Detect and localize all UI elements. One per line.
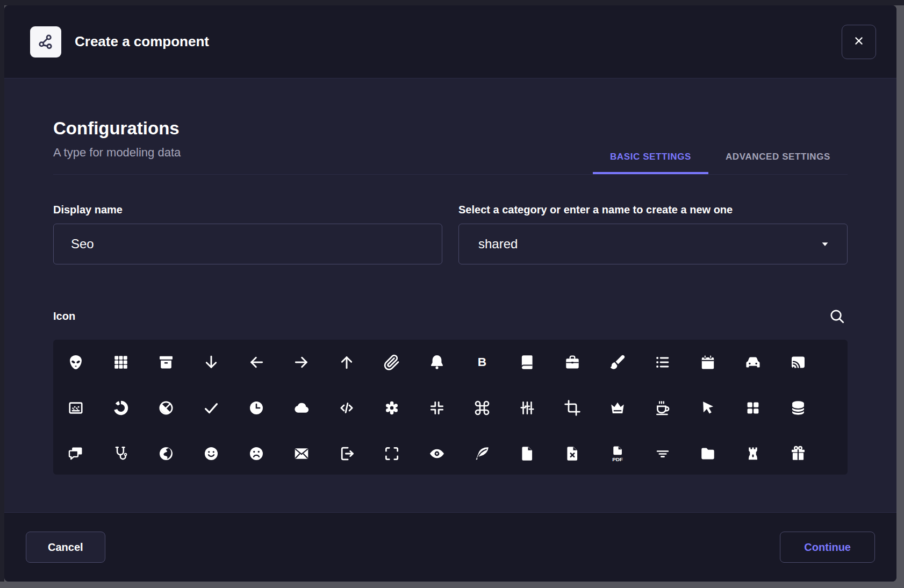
folder-icon[interactable] [699,445,716,462]
alien-icon[interactable] [67,354,84,371]
code-icon[interactable] [338,399,355,417]
cancel-button[interactable]: Cancel [26,532,105,563]
collapse-icon[interactable] [428,399,446,417]
search-icon [828,307,848,325]
eye-icon[interactable] [428,445,446,462]
cup-icon[interactable] [654,399,671,417]
icon-grid: BPDF [53,340,848,475]
brush-icon[interactable] [609,354,626,371]
icon-picker-header: Icon [53,306,848,326]
briefcase-icon[interactable] [564,354,581,371]
bell-icon[interactable] [428,354,446,371]
cast-icon[interactable] [790,354,807,371]
emotion-unhappy-icon[interactable] [248,445,265,462]
icon-row [67,399,848,417]
archive-icon[interactable] [157,354,175,371]
continue-button[interactable]: Continue [780,532,875,563]
create-component-modal: Create a component Configurations A type… [4,5,896,582]
file-icon[interactable] [519,445,536,462]
section-subtitle: A type for modeling data [53,145,181,161]
command-icon[interactable] [473,399,491,417]
file-error-icon[interactable] [564,445,581,462]
gate-icon[interactable] [744,445,762,462]
icon-section-label: Icon [53,310,75,322]
category-field: Select a category or enter a name to cre… [458,204,848,264]
clock-icon[interactable] [248,399,265,417]
chart-circle-icon[interactable] [112,399,130,417]
emotion-happy-icon[interactable] [203,445,220,462]
book-icon[interactable] [519,354,536,371]
modal-header: Create a component [4,5,896,78]
display-name-field: Display name [53,204,442,264]
crown-icon[interactable] [609,399,626,417]
arrow-down-icon[interactable] [203,354,220,371]
modal-footer: Cancel Continue [4,512,896,582]
chart-pie-icon[interactable] [157,399,175,417]
car-icon[interactable] [744,354,762,371]
envelop-icon[interactable] [293,445,310,462]
doctor-icon[interactable] [112,445,130,462]
page-edge-top [0,0,904,5]
arrow-left-icon[interactable] [248,354,265,371]
bold-icon[interactable]: B [473,354,491,371]
dashboard-icon[interactable] [744,399,762,417]
cursor-icon[interactable] [699,399,716,417]
attachment-icon[interactable] [383,354,400,371]
check-icon[interactable] [203,399,220,417]
chevron-down-icon [818,237,832,251]
modal-body: Configurations A type for modeling data … [4,78,896,512]
gift-icon[interactable] [790,445,807,462]
section-headings: Configurations A type for modeling data [53,117,181,174]
arrow-up-icon[interactable] [338,354,355,371]
form-fields: Display name Select a category or enter … [53,204,848,264]
close-button[interactable] [842,25,876,59]
exit-icon[interactable] [338,445,355,462]
discuss-icon[interactable] [67,445,84,462]
expand-icon[interactable] [383,445,400,462]
modal-title: Create a component [75,33,842,50]
sliders-icon[interactable] [519,399,536,417]
database-icon[interactable] [790,399,807,417]
svg-text:B: B [478,355,486,369]
component-icon [30,26,61,58]
feather-icon[interactable] [473,445,491,462]
cloud-icon[interactable] [293,399,310,417]
tab-advanced-settings[interactable]: ADVANCED SETTINGS [708,141,848,174]
bullet-list-icon[interactable] [654,354,671,371]
display-name-input[interactable] [53,224,442,264]
filter-icon[interactable] [654,445,671,462]
icon-search-button[interactable] [828,306,848,326]
tab-basic-settings[interactable]: BASIC SETTINGS [593,141,708,174]
section-head: Configurations A type for modeling data … [53,117,848,175]
svg-text:PDF: PDF [612,456,623,462]
close-icon [852,34,866,49]
cog-icon[interactable] [383,399,400,417]
category-select[interactable]: shared [458,224,848,264]
display-name-label: Display name [53,204,442,216]
category-selected-value: shared [478,236,518,252]
icon-row: PDF [67,445,848,462]
category-label: Select a category or enter a name to cre… [458,204,848,216]
file-pdf-icon[interactable]: PDF [609,445,626,462]
apps-icon[interactable] [112,354,130,371]
earth-icon[interactable] [157,445,175,462]
crop-icon[interactable] [564,399,581,417]
calendar-icon[interactable] [699,354,716,371]
chart-bubble-icon[interactable] [67,399,84,417]
arrow-right-icon[interactable] [293,354,310,371]
page-edge-left [0,0,4,582]
section-title: Configurations [53,117,181,139]
icon-row: B [67,354,848,371]
settings-tabs: BASIC SETTINGSADVANCED SETTINGS [593,141,848,174]
